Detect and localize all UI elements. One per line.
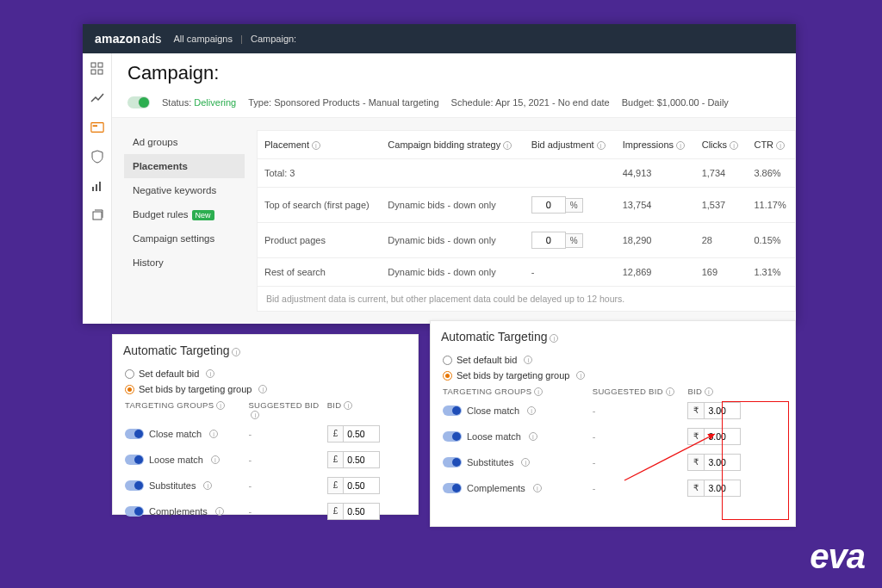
info-icon[interactable]: i <box>521 458 530 467</box>
targeting-label: Complements <box>149 506 208 517</box>
info-icon[interactable]: i <box>232 348 240 356</box>
col-bid-adj[interactable]: Bid adjustmenti <box>525 131 616 159</box>
info-icon[interactable]: i <box>216 401 225 410</box>
info-icon[interactable]: i <box>666 387 674 396</box>
suggested-bid: - <box>593 431 688 442</box>
targeting-header: TARGETING GROUPSi SUGGESTED BIDi BIDi <box>443 383 783 398</box>
status-value: Delivering <box>194 97 236 108</box>
targeting-row: Loose matchi-£ <box>125 447 406 473</box>
targeting-toggle[interactable] <box>125 506 144 517</box>
bid-input[interactable] <box>344 451 380 468</box>
targeting-toggle[interactable] <box>125 480 144 491</box>
dashboard-icon[interactable] <box>90 62 104 76</box>
ads-icon[interactable] <box>90 121 104 134</box>
radio-by-group[interactable]: Set bids by targeting groupi <box>443 368 783 383</box>
bid-input[interactable] <box>705 454 741 471</box>
info-icon[interactable]: i <box>533 484 542 492</box>
info-icon[interactable]: i <box>206 369 214 378</box>
currency-label: £ <box>327 503 345 520</box>
bid-adj-input[interactable] <box>531 232 566 249</box>
sidenav-campaign-settings[interactable]: Campaign settings <box>124 226 245 251</box>
info-icon[interactable]: i <box>576 371 585 380</box>
sidenav-history[interactable]: History <box>124 251 245 275</box>
targeting-toggle[interactable] <box>443 431 462 442</box>
svg-rect-2 <box>91 70 96 74</box>
svg-rect-9 <box>93 212 102 220</box>
col-clicks[interactable]: Clicksi <box>695 131 748 159</box>
targeting-toggle[interactable] <box>125 429 144 439</box>
sidenav-ad-groups[interactable]: Ad groups <box>124 130 245 154</box>
col-ctr[interactable]: CTRi <box>747 131 795 159</box>
info-icon[interactable]: i <box>251 411 259 419</box>
shield-icon[interactable] <box>90 150 104 164</box>
trend-icon[interactable] <box>90 91 104 105</box>
bid-input[interactable] <box>705 480 741 497</box>
breadcrumb-sep: | <box>240 34 243 44</box>
bars-icon[interactable] <box>90 179 104 193</box>
targeting-row: Close matchi-£ <box>125 421 406 447</box>
info-icon[interactable]: i <box>524 356 532 364</box>
bid-input[interactable] <box>344 477 380 494</box>
placements-table: Placementi Campaign bidding strategyi Bi… <box>258 131 795 287</box>
type-label: Type: <box>248 97 271 108</box>
col-placement[interactable]: Placementi <box>258 131 381 159</box>
svg-rect-3 <box>98 70 102 74</box>
info-icon[interactable]: i <box>550 334 558 343</box>
campaign-toggle[interactable] <box>127 96 150 108</box>
bid-input[interactable] <box>705 402 741 419</box>
pct-label: % <box>565 198 583 213</box>
targeting-label: Complements <box>467 483 525 493</box>
info-icon[interactable]: i <box>211 455 220 464</box>
info-icon[interactable]: i <box>215 507 224 516</box>
targeting-toggle[interactable] <box>443 483 462 493</box>
logo-main: amazon <box>95 32 140 46</box>
table-row: Top of search (first page) Dynamic bids … <box>258 188 795 223</box>
sidenav-placements[interactable]: Placements <box>124 154 245 178</box>
info-icon[interactable]: i <box>705 387 713 396</box>
info-icon[interactable]: i <box>534 387 543 396</box>
bid-input[interactable] <box>344 503 380 520</box>
sidenav-negative-keywords[interactable]: Negative keywords <box>124 178 245 202</box>
targeting-toggle[interactable] <box>125 455 144 465</box>
info-icon[interactable]: i <box>730 141 738 150</box>
col-strategy[interactable]: Campaign bidding strategyi <box>381 131 524 159</box>
info-icon[interactable]: i <box>527 406 536 415</box>
info-icon[interactable]: i <box>344 401 352 410</box>
sidenav-budget-rules[interactable]: Budget rulesNew <box>124 202 245 226</box>
cell-bid-adj: - <box>525 258 616 287</box>
breadcrumb-all-campaigns[interactable]: All campaigns <box>174 34 233 44</box>
cell-clicks: 28 <box>695 223 748 258</box>
info-icon[interactable]: i <box>203 481 212 490</box>
radio-by-group[interactable]: Set bids by targeting groupi <box>125 381 406 397</box>
cell-placement: Rest of search <box>258 258 381 287</box>
radio-default-bid[interactable]: Set default bidi <box>125 366 406 381</box>
info-icon[interactable]: i <box>597 141 606 150</box>
targeting-row: Substitutesi-₹ <box>443 449 783 475</box>
library-icon[interactable] <box>90 208 104 222</box>
total-ctr: 3.86% <box>747 159 795 188</box>
pct-label: % <box>565 233 583 248</box>
info-icon[interactable]: i <box>676 141 685 150</box>
targeting-header: TARGETING GROUPSi SUGGESTED BIDi BIDi <box>125 397 406 421</box>
card-title: Automatic Targetingi <box>113 335 418 362</box>
bid-input[interactable] <box>344 425 380 443</box>
targeting-toggle[interactable] <box>443 457 462 467</box>
schedule-value: Apr 15, 2021 - No end date <box>495 97 610 108</box>
info-icon[interactable]: i <box>258 385 267 393</box>
currency-label: ₹ <box>687 402 705 419</box>
table-row: Product pages Dynamic bids - down only %… <box>258 223 795 258</box>
bid-adj-input[interactable] <box>531 196 566 214</box>
targeting-row: Complementsi-₹ <box>443 475 783 501</box>
radio-icon <box>443 371 452 381</box>
info-icon[interactable]: i <box>776 141 785 150</box>
info-icon[interactable]: i <box>312 141 320 150</box>
cell-placement: Product pages <box>258 223 381 258</box>
info-icon[interactable]: i <box>529 432 537 441</box>
col-impressions[interactable]: Impressionsi <box>616 131 695 159</box>
bid-input[interactable] <box>705 428 741 445</box>
radio-default-bid[interactable]: Set default bidi <box>443 352 783 368</box>
info-icon[interactable]: i <box>503 141 512 150</box>
currency-label: ₹ <box>687 428 705 445</box>
info-icon[interactable]: i <box>209 430 218 438</box>
targeting-toggle[interactable] <box>443 405 462 416</box>
